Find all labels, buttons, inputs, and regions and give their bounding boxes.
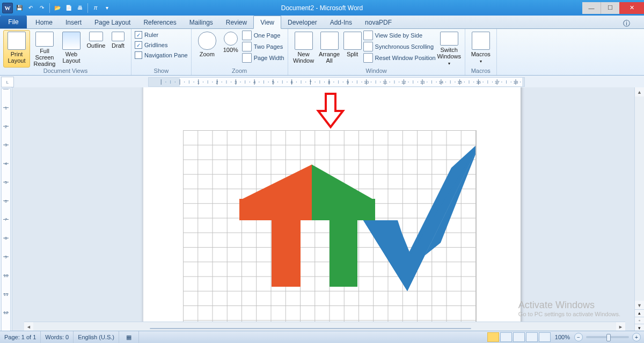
page-width-icon [242,53,252,63]
minimize-button[interactable]: — [582,2,601,14]
tab-novapdf[interactable]: novaPDF [358,16,398,28]
ribbon-tabs: File Home Insert Page Layout References … [0,16,644,29]
svg-text:14: 14 [438,80,443,85]
draft-button[interactable]: Draft [108,30,128,68]
undo-icon[interactable]: ↶ [26,3,35,13]
svg-text:4: 4 [253,80,256,85]
svg-text:11: 11 [4,292,9,297]
svg-text:13: 13 [420,80,425,85]
group-zoom: Zoom 100% One Page Two Pages Page Width … [192,29,288,75]
reset-window-position-button[interactable]: Reset Window Position [363,53,436,63]
status-macro-icon[interactable]: ▦ [119,331,139,343]
h-scroll-thumb[interactable] [150,328,471,329]
status-bar: Page: 1 of 1 Words: 0 English (U.S.) ▦ 1… [0,331,644,343]
svg-text:2: 2 [5,124,8,129]
svg-text:2: 2 [216,80,218,85]
svg-text:1: 1 [197,80,200,85]
document-area[interactable]: ◄ ► Activate Windows Go to PC settings t… [12,87,634,331]
view-web-layout-button[interactable] [513,332,525,342]
zoom-100-icon [224,32,238,46]
view-print-layout-button[interactable] [487,332,499,342]
view-full-screen-button[interactable] [500,332,512,342]
view-draft-button[interactable] [539,332,551,342]
web-layout-button[interactable]: Web Layout [59,30,84,68]
one-page-button[interactable]: One Page [242,30,284,41]
view-outline-button[interactable] [526,332,538,342]
quick-access-toolbar: W 💾 ↶ ↷ 📂 📄 🖶 π ▾ [0,3,112,13]
status-language[interactable]: English (U.S.) [74,331,119,343]
new-window-button[interactable]: New Window [291,30,316,68]
svg-text:17: 17 [495,80,500,85]
svg-marker-126 [312,165,375,200]
qat-print-icon[interactable]: 🖶 [75,3,85,13]
vertical-ruler[interactable]: 123456789101112 [1,88,11,331]
tab-review[interactable]: Review [219,16,253,28]
group-document-views: Print Layout Full Screen Reading Web Lay… [0,29,131,75]
word-app-icon[interactable]: W [2,3,13,13]
ruler-checkbox[interactable]: ✓Ruler [135,30,188,40]
qat-more-icon[interactable]: ▾ [102,3,112,13]
save-icon[interactable]: 💾 [14,3,24,13]
gridlines-checkbox[interactable]: ✓Gridlines [135,40,188,50]
svg-text:9: 9 [5,255,8,259]
svg-rect-127 [312,199,375,220]
split-button[interactable]: Split [343,30,362,68]
tab-developer[interactable]: Developer [281,16,324,28]
zoom-button[interactable]: Zoom [195,30,219,68]
browse-object-button[interactable]: ◦ [635,317,644,325]
tab-addins[interactable]: Add-Ins [324,16,358,28]
zoom-slider-knob[interactable] [606,334,611,341]
maximize-button[interactable]: ☐ [601,2,619,14]
tab-home[interactable]: Home [29,16,59,28]
tab-file[interactable]: File [0,16,27,28]
svg-marker-131 [363,141,475,291]
zoom-slider[interactable] [586,336,629,338]
zoom-out-button[interactable]: − [574,333,583,341]
tab-page-layout[interactable]: Page Layout [88,16,137,28]
qat-new-icon[interactable]: 📄 [64,3,74,13]
redo-icon[interactable]: ↷ [37,3,47,13]
zoom-100-button[interactable]: 100% [221,30,241,68]
reset-pos-icon [363,53,373,63]
zoom-in-button[interactable]: + [632,333,641,341]
synchronous-scrolling-button[interactable]: Synchronous Scrolling [363,41,436,52]
tab-view[interactable]: View [253,16,281,29]
svg-text:12: 12 [401,80,406,85]
print-layout-button[interactable]: Print Layout [3,30,30,68]
qat-equation-icon[interactable]: π [91,3,100,13]
drawing-shapes [183,130,475,331]
workspace: 123456789101112 [0,87,644,331]
zoom-level[interactable]: 100% [555,334,570,340]
print-layout-icon [8,32,26,50]
tab-selector[interactable]: L [1,77,14,87]
arrange-all-button[interactable]: Arrange All [317,30,342,68]
scroll-left-button[interactable]: ◄ [24,322,33,331]
qat-open-icon[interactable]: 📂 [53,3,62,13]
previous-page-button[interactable]: ▴ [635,310,644,317]
help-icon[interactable]: ⓘ [623,19,630,28]
svg-text:12: 12 [4,310,9,315]
status-words[interactable]: Words: 0 [41,331,74,343]
tab-insert[interactable]: Insert [59,16,88,28]
two-pages-button[interactable]: Two Pages [242,41,284,52]
horizontal-scrollbar[interactable]: ◄ ► [24,322,625,331]
full-screen-reading-button[interactable]: Full Screen Reading [31,30,58,68]
scroll-down-button[interactable]: ▼ [635,301,644,310]
page-width-button[interactable]: Page Width [242,53,284,63]
view-side-by-side-button[interactable]: View Side by Side [363,30,436,41]
tab-mailings[interactable]: Mailings [183,16,219,28]
window-controls: — ☐ ✕ [582,2,644,14]
status-page[interactable]: Page: 1 of 1 [0,331,41,343]
switch-windows-button[interactable]: Switch Windows▾ [437,30,462,68]
vertical-scrollbar[interactable]: ▲ ▼ ▴ ◦ ▾ [634,87,644,331]
vertical-ruler-column: 123456789101112 [0,87,12,331]
horizontal-ruler[interactable]: 123456789101112131415161718 [148,77,525,87]
close-button[interactable]: ✕ [619,2,644,14]
macros-button[interactable]: Macros▾ [469,30,493,68]
scroll-up-button[interactable]: ▲ [635,87,644,96]
svg-text:11: 11 [383,80,387,85]
navigation-pane-checkbox[interactable]: Navigation Pane [135,50,188,60]
tab-references[interactable]: References [137,16,182,28]
outline-button[interactable]: Outline [85,30,107,68]
scroll-right-button[interactable]: ► [616,322,625,331]
